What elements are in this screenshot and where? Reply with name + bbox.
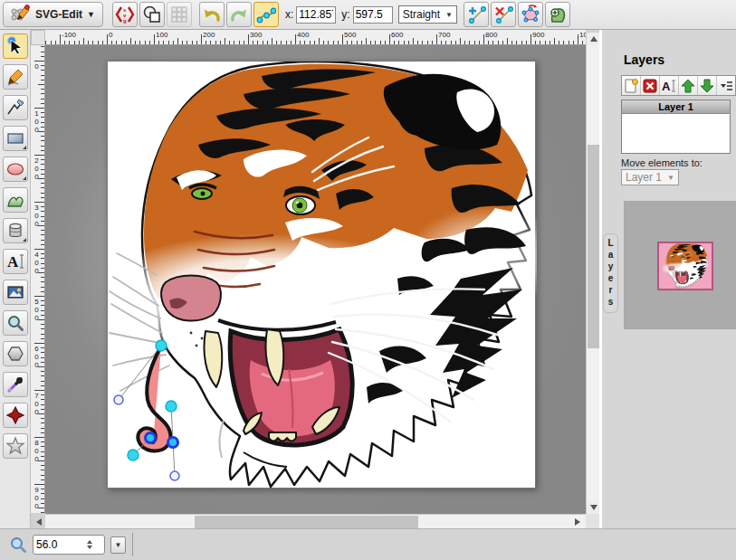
path-node-point[interactable] <box>166 401 177 412</box>
select-caret-icon: ▼ <box>445 11 453 19</box>
redo-button[interactable] <box>226 2 252 27</box>
canvas-workspace[interactable] <box>45 45 586 514</box>
layer-thumbnail[interactable] <box>657 242 713 290</box>
add-node-icon <box>466 5 486 24</box>
red-cross-shape-icon <box>5 405 25 425</box>
svg-edit-logo-icon <box>11 3 31 26</box>
layer-more-button[interactable] <box>717 76 735 95</box>
path-node-point[interactable] <box>156 340 167 351</box>
tool-rectangle[interactable] <box>3 126 28 151</box>
grid-button[interactable] <box>167 2 192 27</box>
add-subpath-button[interactable] <box>545 2 570 27</box>
layer-list: Layer 1 <box>621 100 731 154</box>
tool-eyedropper[interactable] <box>3 372 28 397</box>
horizontal-scrollbar-thumb[interactable] <box>195 516 418 528</box>
text-tool-icon: A <box>5 252 25 271</box>
close-path-button[interactable] <box>518 2 543 27</box>
close-path-icon <box>521 5 540 24</box>
tool-star[interactable] <box>3 433 28 459</box>
path-node-selected[interactable] <box>168 438 178 448</box>
y-coordinate-input[interactable] <box>353 6 393 24</box>
rename-layer-button[interactable]: A <box>660 76 679 95</box>
select-tool-icon <box>5 36 25 56</box>
vertical-scrollbar-thumb[interactable] <box>588 145 599 348</box>
move-layer-down-button[interactable] <box>698 76 717 95</box>
delete-layer-icon <box>642 78 658 94</box>
move-elements-select[interactable]: Layer 1 ▼ <box>621 169 679 185</box>
vertical-scrollbar[interactable] <box>586 33 599 514</box>
new-layer-button[interactable] <box>622 76 641 95</box>
layers-panel-title: Layers <box>624 52 664 67</box>
path-node-selected[interactable] <box>146 433 156 443</box>
flyout-arrow-icon <box>23 176 26 180</box>
vertical-ruler: 0100200300400500600700800900 <box>31 45 45 513</box>
tool-path[interactable] <box>3 187 28 213</box>
delete-node-button[interactable] <box>491 2 516 27</box>
path-node-handle[interactable] <box>170 471 179 480</box>
tool-connector[interactable] <box>3 403 28 428</box>
add-subpath-icon <box>548 5 568 24</box>
zoom-level-input[interactable] <box>36 538 83 551</box>
layer-list-header[interactable]: Layer 1 <box>622 100 730 114</box>
segment-type-select[interactable]: Straight ▼ <box>398 5 457 24</box>
canvas-page[interactable] <box>107 61 536 489</box>
scroll-up-button[interactable] <box>587 33 600 45</box>
zoom-input-wrap <box>33 535 105 555</box>
grid-icon <box>169 5 189 24</box>
delete-layer-button[interactable] <box>641 76 660 95</box>
redo-icon <box>229 5 249 24</box>
source-code-icon: s v g <box>115 5 135 24</box>
dropdown-caret-icon: ▼ <box>115 541 122 549</box>
tool-zoom[interactable] <box>3 310 28 336</box>
scroll-left-button[interactable] <box>33 516 45 528</box>
x-coordinate-label: x: <box>285 8 293 21</box>
layer-thumbnail-image <box>659 243 712 289</box>
horizontal-scrollbar[interactable] <box>45 514 586 528</box>
delete-node-icon <box>493 5 513 24</box>
segment-type-value: Straight <box>403 8 440 21</box>
source-code-button[interactable]: s v g <box>112 2 138 27</box>
tool-select[interactable] <box>3 33 28 59</box>
line-tool-icon <box>5 98 25 118</box>
main-menu-button[interactable]: SVG-Edit ▼ <box>3 2 103 27</box>
layer-down-icon <box>699 78 715 94</box>
scroll-right-button[interactable] <box>571 516 584 528</box>
top-toolbar: SVG-Edit ▼ s v g <box>0 0 736 30</box>
node-link-icon <box>256 5 276 24</box>
layer-up-icon <box>680 78 696 94</box>
undo-button[interactable] <box>199 2 225 27</box>
tool-polygon[interactable] <box>3 341 28 366</box>
tool-shape-library[interactable] <box>3 218 28 243</box>
main-menu-label: SVG-Edit <box>35 8 82 21</box>
hexagon-tool-icon <box>5 344 25 364</box>
scroll-down-button[interactable] <box>587 501 600 514</box>
tool-image[interactable] <box>3 280 28 305</box>
path-node-handle[interactable] <box>114 395 123 404</box>
zoom-spinner[interactable] <box>87 540 92 549</box>
x-coordinate-input[interactable] <box>296 6 336 24</box>
zoom-magnifier-icon <box>9 536 27 554</box>
image-tool-icon <box>5 282 25 302</box>
new-layer-icon <box>623 78 639 94</box>
add-node-button[interactable] <box>464 2 489 27</box>
tool-text[interactable]: A <box>3 249 28 274</box>
zoom-widget: ▼ <box>9 535 126 555</box>
shapes-icon <box>142 5 162 24</box>
layer-preview-area <box>624 201 736 329</box>
bottom-bar-separator <box>132 533 133 556</box>
tool-ellipse[interactable] <box>3 157 28 182</box>
shapes-button[interactable] <box>139 2 165 27</box>
path-node-point[interactable] <box>128 450 139 460</box>
star-tool-icon <box>5 436 25 456</box>
move-layer-up-button[interactable] <box>679 76 698 95</box>
node-link-button[interactable] <box>253 2 279 27</box>
zoom-preset-dropdown[interactable]: ▼ <box>110 536 126 554</box>
tool-pencil[interactable] <box>3 64 28 90</box>
bottom-bar: ▼ <box>0 528 736 560</box>
path-edit-overlay[interactable] <box>108 62 537 489</box>
zoom-tool-icon <box>5 313 25 333</box>
tool-line[interactable] <box>3 95 28 120</box>
flyout-arrow-icon <box>23 238 26 242</box>
layers-panel-handle[interactable]: Layers <box>603 233 618 313</box>
select-caret-icon: ▼ <box>667 174 674 182</box>
